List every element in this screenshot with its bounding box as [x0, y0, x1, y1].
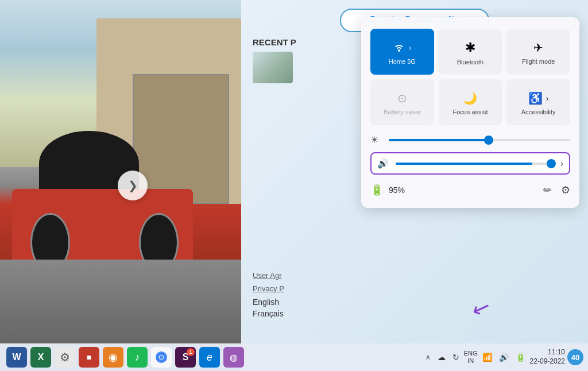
flight-mode-tile[interactable]: ✈ Flight mode — [506, 29, 570, 75]
taskbar-app-orange[interactable]: ◉ — [103, 347, 123, 368]
taskbar: W X ⚙ ■ ◉ ♪ S 1 e ◍ ∧ ☁ ↻ ENG IN 📶 🔊 🔋 — [0, 343, 588, 371]
taskbar-slack[interactable]: S 1 — [175, 347, 196, 368]
battery-status-row: 🔋 95% ✏ ⚙ — [370, 181, 570, 199]
battery-saver-tile-label: Battery saver — [384, 109, 421, 115]
taskbar-chrome[interactable] — [151, 347, 172, 368]
brightness-slider-track[interactable] — [389, 139, 570, 141]
wifi-tile[interactable]: › Home 5G — [370, 29, 434, 75]
wifi-tray-icon[interactable]: 📶 — [480, 351, 494, 363]
purple-annotation-arrow: ↙ — [468, 293, 494, 323]
sync-tray-icon[interactable]: ↻ — [450, 351, 462, 363]
battery-actions-group: ✏ ⚙ — [543, 184, 570, 196]
taskbar-app-red[interactable]: ■ — [79, 347, 99, 368]
tray-lang-bottom: IN — [467, 357, 474, 365]
brightness-slider-row: ☀ — [370, 134, 570, 145]
language-tray-indicator[interactable]: ENG IN — [464, 350, 478, 365]
language-options: User Agr Privacy P English Français — [253, 271, 284, 320]
battery-saver-tile[interactable]: ⊙ Battery saver — [370, 79, 434, 125]
taskbar-spotify[interactable]: ♪ — [127, 347, 148, 368]
brightness-fill — [389, 139, 489, 141]
system-clock[interactable]: 11:10 22-09-2022 — [528, 348, 567, 366]
taskbar-excel[interactable]: X — [30, 347, 51, 368]
taskbar-app-purple[interactable]: ◍ — [223, 347, 244, 368]
volume-slider-track[interactable] — [396, 163, 551, 165]
right-content-panel: Create Community RECENT P User Agr Priva… — [241, 0, 588, 371]
battery-saver-icon: ⊙ — [397, 91, 407, 105]
accessibility-tile[interactable]: ♿ › Accessibility — [506, 79, 570, 125]
battery-tray-icon[interactable]: 🔋 — [513, 351, 528, 363]
clock-time: 11:10 — [548, 348, 565, 357]
brightness-icon: ☀ — [370, 134, 383, 145]
brightness-thumb[interactable] — [484, 136, 493, 145]
volume-tray-icon[interactable]: 🔊 — [497, 351, 511, 363]
accessibility-expand-icon: › — [546, 94, 549, 103]
tray-overflow-button[interactable]: ∧ — [423, 352, 433, 362]
battery-percent-label: 95% — [389, 186, 405, 195]
accessibility-tile-label: Accessibility — [521, 109, 556, 115]
privacy-policy-link[interactable]: Privacy P — [253, 284, 284, 293]
volume-icon: 🔊 — [377, 158, 390, 169]
accessibility-icon: ♿ — [528, 91, 543, 105]
language-english[interactable]: English — [253, 297, 284, 307]
notification-count-badge[interactable]: 40 — [567, 349, 583, 365]
user-agreement-link[interactable]: User Agr — [253, 271, 284, 280]
focus-assist-tile[interactable]: 🌙 Focus assist — [439, 79, 502, 125]
moon-icon: 🌙 — [463, 91, 477, 105]
taskbar-word[interactable]: W — [6, 347, 27, 368]
taskbar-settings[interactable]: ⚙ — [55, 347, 75, 368]
quick-settings-button[interactable]: ⚙ — [561, 184, 570, 196]
bluetooth-tile-label: Bluetooth — [457, 59, 483, 65]
taskbar-edge[interactable]: e — [199, 347, 220, 368]
language-francais[interactable]: Français — [253, 309, 284, 318]
volume-slider-row: 🔊 › — [370, 152, 570, 175]
carousel-next-button[interactable]: ❯ — [118, 171, 148, 200]
slack-notification-badge: 1 — [187, 348, 195, 356]
car-silhouette — [12, 137, 193, 267]
bluetooth-tile[interactable]: ✱ Bluetooth — [439, 29, 502, 75]
bluetooth-icon: ✱ — [465, 40, 475, 55]
clock-date: 22-09-2022 — [530, 357, 565, 366]
flight-mode-tile-label: Flight mode — [522, 58, 555, 65]
quick-settings-panel: › Home 5G ✱ Bluetooth ✈ Flight mode — [361, 17, 579, 208]
focus-assist-tile-label: Focus assist — [452, 109, 488, 115]
wifi-tile-label: Home 5G — [389, 58, 416, 65]
tray-lang-top: ENG — [464, 350, 478, 357]
battery-charging-icon: 🔋 — [370, 184, 383, 196]
quick-settings-grid: › Home 5G ✱ Bluetooth ✈ Flight mode — [370, 29, 570, 125]
svg-point-2 — [160, 355, 163, 359]
wifi-icon — [393, 41, 405, 55]
wifi-expand-icon: › — [409, 43, 412, 52]
edit-quick-settings-button[interactable]: ✏ — [543, 184, 552, 196]
system-tray: ∧ ☁ ↻ ENG IN 📶 🔊 🔋 — [423, 350, 528, 365]
car-photo-background: ❯ — [0, 0, 241, 371]
volume-fill — [396, 163, 532, 165]
plane-icon: ✈ — [533, 41, 543, 55]
volume-thumb[interactable] — [547, 159, 556, 168]
volume-expand-button[interactable]: › — [557, 159, 563, 169]
recent-post-thumbnail[interactable] — [253, 52, 293, 83]
cloud-tray-icon[interactable]: ☁ — [435, 351, 448, 363]
